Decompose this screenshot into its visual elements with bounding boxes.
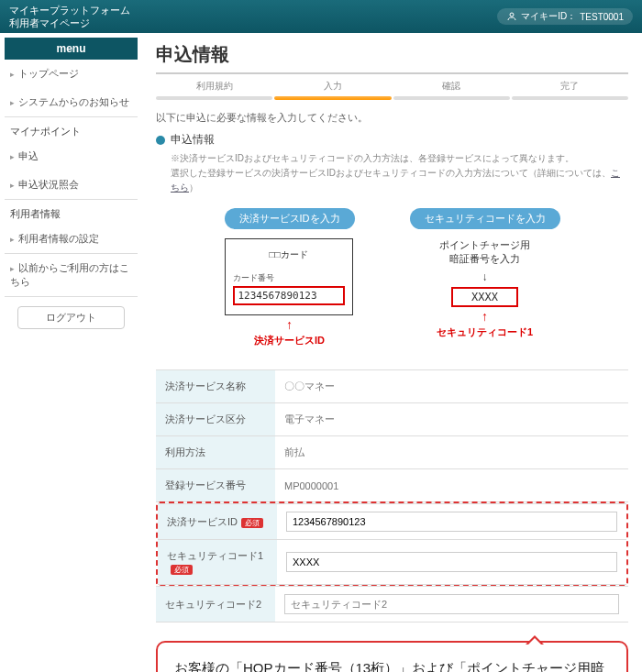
row-label: 決済サービス名称 (156, 370, 275, 403)
table-row: セキュリティコード2 (156, 587, 628, 622)
diagram-left-header: 決済サービスIDを入力 (225, 208, 355, 229)
row-label: 決済サービスID必須 (158, 504, 277, 540)
card-number-label: カード番号 (233, 272, 345, 284)
arrow-up-icon-2: ↑ (410, 309, 560, 324)
step-4-label: 完了 (510, 80, 628, 93)
step-progress (156, 96, 628, 100)
sidebar-item-existing[interactable]: 以前からご利用の方はこちら (5, 254, 138, 296)
card-number-value: 1234567890123 (233, 286, 345, 305)
arrow-down-icon: ↓ (410, 270, 560, 283)
row-label: セキュリティコード2 (156, 587, 275, 622)
section-subnote-1: ※決済サービスIDおよびセキュリティコードの入力方法は、各登録サービスによって異… (171, 151, 628, 166)
security-code-2-input[interactable] (284, 594, 619, 614)
table-row: 利用方法前払 (156, 436, 628, 469)
id-value: TEST0001 (580, 12, 624, 22)
table-row: セキュリティコード1必須 (158, 540, 626, 585)
step-1-label: 利用規約 (156, 80, 274, 93)
diagram-right: セキュリティコードを入力 ポイントチャージ用 暗証番号を入力 ↓ XXXX ↑ … (410, 208, 560, 339)
section-subnote-2: 選択した登録サービスの決済サービスIDおよびセキュリティコードの入力方法について… (171, 166, 628, 195)
diagram-right-header: セキュリティコードを入力 (410, 208, 560, 229)
menu-header: menu (5, 38, 138, 60)
row-label: 決済サービス区分 (156, 403, 275, 436)
step-2-label: 入力 (274, 80, 393, 93)
diagram-right-caption: セキュリティコード1 (410, 325, 560, 339)
table-row: 登録サービス番号MP0000001 (156, 469, 628, 502)
intro-note: 以下に申込に必要な情報を入力してください。 (156, 111, 628, 125)
user-id-badge: マイキーID： TEST0001 (497, 8, 633, 25)
table-row: 決済サービス区分電子マネー (156, 403, 628, 436)
sidebar-item-top[interactable]: トップページ (5, 60, 138, 88)
pin-sample: XXXX (451, 287, 518, 307)
card-name: □□カード (233, 248, 345, 261)
sidebar-title-mynapoint: マイナポイント (5, 117, 138, 142)
arrow-up-icon: ↑ (225, 317, 355, 332)
app-header: マイキープラットフォーム 利用者マイページ マイキーID： TEST0001 (0, 0, 642, 33)
table-row: 決済サービス名称〇〇マネー (156, 370, 628, 403)
instruction-callout: お客様の「HOPカード番号（13桁）」および「ポイントチャージ用暗証番号」をご入… (156, 641, 628, 672)
sidebar-item-status[interactable]: 申込状況照会 (5, 171, 138, 199)
logout-button[interactable]: ログアウト (17, 306, 125, 329)
section-title: 申込情報 (171, 132, 215, 148)
form-table: 決済サービス名称〇〇マネー 決済サービス区分電子マネー 利用方法前払 登録サービ… (156, 369, 628, 502)
row-label: 登録サービス番号 (156, 469, 275, 502)
card-illustration: □□カード カード番号 1234567890123 (225, 238, 353, 315)
required-badge: 必須 (241, 518, 263, 528)
sidebar-item-apply[interactable]: 申込 (5, 142, 138, 171)
callout-wrapper: お客様の「HOPカード番号（13桁）」および「ポイントチャージ用暗証番号」をご入… (156, 641, 628, 672)
subnote-text: 選択した登録サービスの決済サービスIDおよびセキュリティコードの入力方法について… (171, 168, 611, 178)
service-id-input[interactable] (286, 512, 617, 532)
row-value: 電子マネー (275, 403, 628, 436)
id-label: マイキーID： (521, 10, 576, 23)
row-label: セキュリティコード1必須 (158, 540, 277, 585)
sidebar: menu トップページ システムからのお知らせ マイナポイント 申込 申込状況照… (0, 33, 142, 672)
callout-main-text: お客様の「HOPカード番号（13桁）」および「ポイントチャージ用暗証番号」をご入… (174, 657, 610, 672)
row-value: 〇〇マネー (275, 370, 628, 403)
step-labels: 利用規約 入力 確認 完了 (156, 80, 628, 93)
user-icon (506, 11, 517, 22)
sidebar-title-userinfo: 利用者情報 (5, 200, 138, 225)
platform-name: マイキープラットフォーム (9, 4, 130, 17)
row-value: MP0000001 (275, 469, 628, 502)
subnote-text-end: ） (189, 182, 198, 193)
section-header: 申込情報 (156, 132, 628, 148)
pin-instruction: ポイントチャージ用 暗証番号を入力 (410, 238, 560, 267)
table-row: 決済サービスID必須 (158, 504, 626, 540)
instruction-diagram: 決済サービスIDを入力 □□カード カード番号 1234567890123 ↑ … (156, 208, 628, 347)
sidebar-item-news[interactable]: システムからのお知らせ (5, 88, 138, 116)
header-title: マイキープラットフォーム 利用者マイページ (9, 4, 130, 30)
page-group-name: 利用者マイページ (9, 17, 130, 29)
row-label: 利用方法 (156, 436, 275, 469)
diagram-left-caption: 決済サービスID (225, 334, 355, 347)
bullet-icon (156, 136, 165, 145)
security-code-1-input[interactable] (286, 552, 617, 572)
sidebar-item-usersettings[interactable]: 利用者情報の設定 (5, 225, 138, 253)
step-3-label: 確認 (393, 80, 511, 93)
required-badge: 必須 (171, 565, 193, 575)
svg-point-0 (510, 13, 514, 17)
diagram-left: 決済サービスIDを入力 □□カード カード番号 1234567890123 ↑ … (225, 208, 355, 347)
page-title: 申込情報 (156, 42, 628, 74)
highlighted-inputs: 決済サービスID必須 セキュリティコード1必須 (156, 501, 628, 587)
row-value: 前払 (275, 436, 628, 469)
content-area: 申込情報 利用規約 入力 確認 完了 以下に申込に必要な情報を入力してください。… (142, 33, 642, 672)
